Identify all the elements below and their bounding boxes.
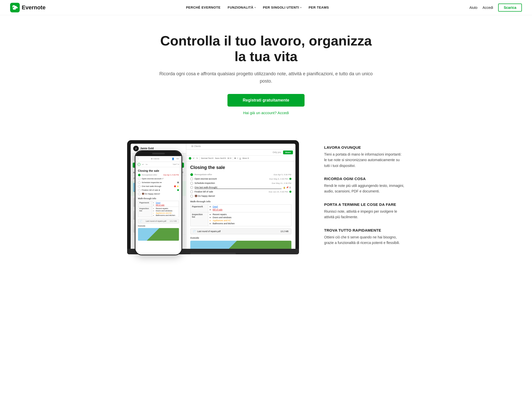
toolbar-undo[interactable]: ↩: [193, 157, 195, 159]
logo-link[interactable]: Evernote: [10, 3, 45, 12]
register-button[interactable]: Registrati gratuitamente: [227, 94, 304, 107]
phone-pdf-icon: 📄: [140, 220, 142, 222]
table-cell-paperwork-items: Deed Bill of sale: [208, 204, 291, 212]
phone-pdf-attachment[interactable]: 📄 Last round of repairs.pdf 13.2 MB: [138, 219, 179, 224]
toolbar-size[interactable]: 30 ▾: [227, 157, 231, 159]
task-inspection: Schedule-inspection Due May 21, 2:30 PM: [190, 182, 291, 185]
task-label-dance: 🐻 Do happy dance!: [195, 195, 291, 197]
app-main-content: ⊞ Clients Only you Share ↩ ↪: [186, 144, 295, 249]
toolbar-underline[interactable]: U: [240, 157, 241, 159]
share-button[interactable]: Share: [283, 151, 293, 154]
nav-links: PERCHÉ EVERNOTE FUNZIONALITÀ ▾ PER SINGO…: [186, 6, 329, 9]
user-name: Jamie Gold: [140, 147, 183, 150]
task-due-inspection: Due May 21, 2:30 PM: [272, 182, 291, 184]
task-due-renegotiate: Due Apr 5, 5:30 PM: [274, 174, 291, 176]
nav-funzionalita[interactable]: FUNZIONALITÀ ▾: [228, 6, 256, 9]
toolbar-text-style[interactable]: Normal Text ▾: [201, 157, 214, 159]
phone-note-content: Closing the sale Renegotiate offer Due A…: [135, 167, 181, 243]
nav-singoli[interactable]: PER SINGOLI UTENTI ▾: [263, 6, 302, 9]
task-label-renegotiate: Renegotiate-offer: [195, 173, 272, 176]
task-check-walk: [190, 186, 193, 189]
deed-link[interactable]: Deed: [213, 205, 218, 208]
devices-mockup: J Jamie Gold 🔍 Search + New ▾: [127, 130, 309, 264]
phone-info-table: Paperwork Deed Bill of sale Inspection l…: [138, 201, 179, 217]
task-label-escrow: Open-escrow-account: [195, 178, 268, 180]
aiuto-link[interactable]: Aiuto: [469, 6, 477, 10]
table-cell-paperwork-label: Paperwork: [190, 204, 208, 212]
share-only-you: Only you: [273, 151, 281, 154]
phone-note-yuki: Yuki T. ▾: [173, 163, 179, 165]
nav-actions: Aiuto Accedi Scarica: [469, 4, 522, 12]
phone-back-icon[interactable]: ‹: [138, 158, 139, 160]
tab-clients[interactable]: ⊞ Clients: [189, 144, 203, 149]
toolbar-italic[interactable]: I: [237, 157, 238, 159]
task-bill: Finalize bill of sale Due Jun 24, 5:30 P…: [190, 190, 291, 193]
toolbar-more[interactable]: More ▾: [242, 157, 248, 159]
phone-app-header: ‹ ⊞ Clients 👤 •••: [135, 156, 181, 162]
phone-screen: ‹ ⊞ Clients 👤 ••• ↩ ↪ Yuki T. ▾: [135, 156, 181, 255]
task-dot-bill: [289, 191, 291, 193]
phone-check-renegotiate: [138, 174, 141, 176]
phone-task-renegotiate: Renegotiate offer Due Apr 3, 5:30 PM: [138, 174, 179, 176]
task-check-bill: [190, 190, 193, 193]
feature-title-trova: TROVA TUTTO RAPIDAMENTE: [324, 228, 405, 232]
bill-of-sale-link[interactable]: Bill of sale: [213, 208, 223, 211]
table-row-paperwork: Paperwork Deed Bill of sale: [190, 204, 291, 212]
table-cell-inspection-items: Recent repairs Doors and windows Applian…: [208, 212, 291, 226]
phone-star-icon: ⭐: [177, 185, 179, 187]
phone-deed-link[interactable]: Deed: [156, 202, 160, 204]
accedi-link[interactable]: Accedi: [482, 6, 493, 10]
task-walkthrough: One last walk-through| 🔒 📌 🗑: [190, 186, 291, 189]
note-content-title: Closing the sale: [190, 165, 291, 170]
pdf-attachment[interactable]: 📄 Last round of repairs.pdf 13.2 MB: [190, 228, 291, 234]
login-link[interactable]: Hai già un account? Accedi: [157, 111, 375, 115]
phone-notebook-label: ⊞ Clients: [151, 158, 159, 160]
task-dot-escrow: [289, 178, 291, 180]
outside-image: [190, 241, 291, 249]
feature-porta: PORTA A TERMINE LE COSE DA FARE Riunisci…: [324, 202, 405, 220]
phone-actions: 👤 •••: [172, 158, 179, 160]
feature-desc-trova: Ottieni ciò che ti serve quando ne hai b…: [324, 234, 405, 246]
table-cell-inspection-label: Inspection list: [190, 212, 208, 226]
phone-notch-bar: [152, 153, 165, 154]
phone-check-inspection: [138, 181, 141, 184]
phone-dot-inspection: [177, 182, 179, 183]
phone-check-icon[interactable]: [137, 163, 141, 166]
toolbar-bold[interactable]: B: [235, 157, 236, 159]
task-walk-actions: 🔒 📌 🗑: [283, 186, 291, 189]
task-due-bill: Due Jun 24, 5:30 PM: [269, 191, 288, 193]
phone-task-walk: One last walk-through 🔴 ⭐: [138, 185, 179, 188]
logo-text: Evernote: [22, 4, 45, 11]
phone-profile-icon[interactable]: 👤: [172, 158, 174, 160]
task-check-dance: [190, 195, 193, 198]
phone-redo[interactable]: ↪: [146, 163, 148, 166]
scarica-button[interactable]: Scarica: [498, 4, 522, 12]
task-label-walk[interactable]: One last walk-through|: [195, 186, 282, 189]
feature-title-ricorda: RICORDA OGNI COSA: [324, 177, 405, 181]
toolbar-redo[interactable]: ↪: [196, 157, 198, 159]
toolbar-sep: [199, 157, 200, 160]
phone-task-bill: Finalize bill of sale ●: [138, 189, 179, 191]
feature-ricorda: RICORDA OGNI COSA Rendi le note più util…: [324, 177, 405, 194]
phone-row-inspection: Inspection list Recent repairs Doors and…: [138, 207, 179, 217]
section-walk-info: Walk-through info: [190, 200, 291, 203]
singoli-chevron: ▾: [300, 6, 302, 9]
table-row-inspection: Inspection list Recent repairs Doors and…: [190, 212, 291, 226]
hero-section: Controlla il tuo lavoro, organizza la tu…: [152, 15, 380, 125]
phone-note-toolbar: ↩ ↪ Yuki T. ▾: [135, 162, 181, 167]
phone-bill-link[interactable]: Bill of sale: [156, 204, 165, 206]
task-dance: 🐻 Do happy dance!: [190, 195, 291, 198]
note-content-area: Closing the sale Renegotiate-offer Due A…: [186, 161, 295, 249]
task-due-escrow: Due May 8, 4:30 PM: [269, 178, 288, 180]
nav-teams[interactable]: PER TEAMS: [309, 6, 329, 9]
outside-label: Outside: [190, 236, 291, 239]
toolbar-font[interactable]: Sans Serif ▾: [215, 157, 226, 159]
navbar: Evernote PERCHÉ EVERNOTE FUNZIONALITÀ ▾ …: [0, 0, 532, 15]
funzionalita-chevron: ▾: [255, 6, 256, 9]
nav-perche[interactable]: PERCHÉ EVERNOTE: [186, 6, 221, 9]
phone-pdf-size: 13.2 MB: [170, 220, 177, 222]
phone-check-dance: [138, 193, 141, 195]
phone-undo[interactable]: ↩: [142, 163, 144, 166]
task-check-inspection: [190, 182, 193, 185]
phone-more-icon[interactable]: •••: [176, 158, 179, 160]
